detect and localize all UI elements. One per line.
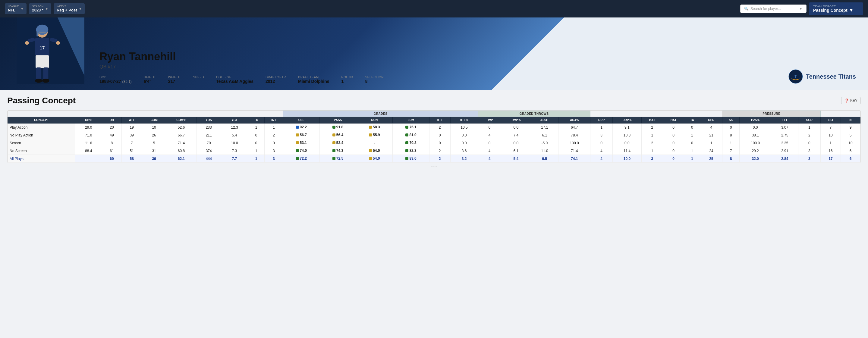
data-cell: 32.0 — [739, 155, 771, 163]
data-cell: 2.75 — [771, 131, 798, 139]
data-cell: 4 — [590, 155, 613, 163]
data-cell: 8 — [722, 155, 739, 163]
grades-group-header: GRADES — [283, 111, 478, 117]
data-cell: 1 — [264, 124, 283, 131]
data-cell: 0 — [684, 139, 700, 147]
svg-rect-13 — [36, 55, 49, 68]
data-cell: 3 — [264, 147, 283, 155]
data-cell: 29.0 — [75, 124, 102, 131]
col-hat: HAT — [663, 117, 684, 124]
data-cell: 7 — [121, 139, 142, 147]
league-dropdown[interactable]: LEAGUE NFL ▼ — [5, 3, 27, 14]
svg-rect-6 — [38, 32, 46, 33]
data-cell: 3 — [264, 155, 283, 163]
data-cell: 49 — [102, 131, 122, 139]
top-bar: LEAGUE NFL ▼ SEASON 2023 * ▼ WEEKS Reg +… — [0, 0, 868, 18]
data-cell: 6 — [841, 155, 860, 163]
data-cell: 12.3 — [221, 124, 248, 131]
season-arrow-icon: ▼ — [45, 7, 48, 10]
passing-concept-section: Passing Concept ❓ KEY GRADES GRADED THRO… — [0, 90, 868, 175]
data-cell: 53.1 — [283, 139, 319, 147]
data-cell: 5 — [142, 139, 166, 147]
data-cell: 11.0 — [531, 147, 558, 155]
data-cell: 0 — [248, 139, 265, 147]
concept-cell: No Play Action — [8, 131, 75, 139]
data-cell: - — [356, 139, 393, 147]
data-cell: 16 — [820, 147, 841, 155]
data-cell: 1 — [700, 139, 722, 147]
concept-cell: No Screen — [8, 147, 75, 155]
col-com: COM — [142, 117, 166, 124]
meta-draft-year: DRAFT YEAR 2012 — [266, 76, 286, 84]
team-report-arrow-icon: ▼ — [849, 8, 854, 13]
data-cell: 0 — [663, 124, 684, 131]
season-dropdown[interactable]: SEASON 2023 * ▼ — [29, 3, 51, 14]
data-cell: 2 — [641, 124, 663, 131]
data-cell: 71.4 — [166, 139, 196, 147]
data-cell: 19 — [121, 124, 142, 131]
col-scr: SCR — [798, 117, 820, 124]
data-cell: 55.9 — [356, 131, 393, 139]
table-row: No Screen88.461513160.83747.31374.074.35… — [8, 147, 861, 155]
data-cell: 51 — [121, 147, 142, 155]
concept-cell: Play Action — [8, 124, 75, 131]
scroll-indicator: • • • — [7, 163, 861, 169]
svg-point-12 — [56, 41, 60, 45]
data-cell: 5.4 — [501, 155, 531, 163]
search-arrow-icon: ▼ — [799, 7, 803, 11]
svg-text:T: T — [795, 74, 797, 79]
data-cell: 92.2 — [283, 124, 319, 131]
data-cell: 7.7 — [221, 155, 248, 163]
key-button[interactable]: ❓ KEY — [841, 97, 861, 104]
data-cell: 2.84 — [771, 155, 798, 163]
data-cell: 82.3 — [393, 147, 429, 155]
data-cell: 1 — [820, 139, 841, 147]
data-cell: 0 — [478, 139, 501, 147]
data-cell: 74.1 — [558, 155, 590, 163]
data-cell: 10.0 — [221, 139, 248, 147]
data-cell: 0.0 — [501, 139, 531, 147]
weeks-dropdown[interactable]: WEEKS Reg + Post ▼ — [54, 3, 85, 14]
data-cell: 17 — [820, 155, 841, 163]
data-cell: 3 — [798, 155, 820, 163]
col-sk: SK — [722, 117, 739, 124]
col-yds: YDS — [196, 117, 221, 124]
data-cell: 9.1 — [613, 124, 642, 131]
data-cell: 58.3 — [356, 124, 393, 131]
data-cell: 24 — [700, 147, 722, 155]
data-cell: 0 — [663, 131, 684, 139]
data-cell: 88.4 — [75, 147, 102, 155]
data-cell: 69 — [102, 155, 122, 163]
col-com-pct: COM% — [166, 117, 196, 124]
player-image-area: 17 — [0, 18, 90, 84]
table-row: No Play Action71.049392666.72115.40256.7… — [8, 131, 861, 139]
col-pass: PASS — [319, 117, 356, 124]
data-cell: 4 — [478, 147, 501, 155]
player-header: 17 Ryan Tannehill QB #17 DOB 1988-07-27 — [0, 18, 868, 90]
col-ta: TA — [684, 117, 700, 124]
svg-rect-5 — [38, 33, 38, 35]
data-cell: 4 — [590, 147, 613, 155]
meta-weight: WEIGHT 217 — [168, 76, 181, 84]
graded-throws-group-header: GRADED THROWS — [478, 111, 590, 117]
data-cell: 7.4 — [501, 131, 531, 139]
col-p2s-pct: P2S% — [739, 117, 771, 124]
data-cell: -5.0 — [531, 139, 558, 147]
data-cell: 0 — [663, 155, 684, 163]
player-position: QB #17 — [99, 64, 782, 70]
data-cell: 70.3 — [393, 139, 429, 147]
meta-dob: DOB 1988-07-27 (35.1) — [99, 76, 132, 84]
data-cell: 56.7 — [283, 131, 319, 139]
season-label: SEASON — [32, 5, 43, 8]
data-cell: 91.8 — [319, 124, 356, 131]
col-ttt: TTT — [771, 117, 798, 124]
team-report-dropdown[interactable]: TEAM REPORT Passing Concept ▼ — [809, 2, 863, 15]
player-search[interactable]: 🔍 Search for player... ▼ — [740, 4, 807, 13]
data-cell: 5.4 — [221, 131, 248, 139]
group-header-row: GRADES GRADED THROWS PRESSURE — [8, 111, 861, 117]
data-cell: 10 — [820, 131, 841, 139]
meta-selection: SELECTION 8 — [365, 76, 384, 84]
col-twp: TWP — [478, 117, 501, 124]
data-cell: 8 — [722, 131, 739, 139]
data-cell: 1 — [798, 124, 820, 131]
